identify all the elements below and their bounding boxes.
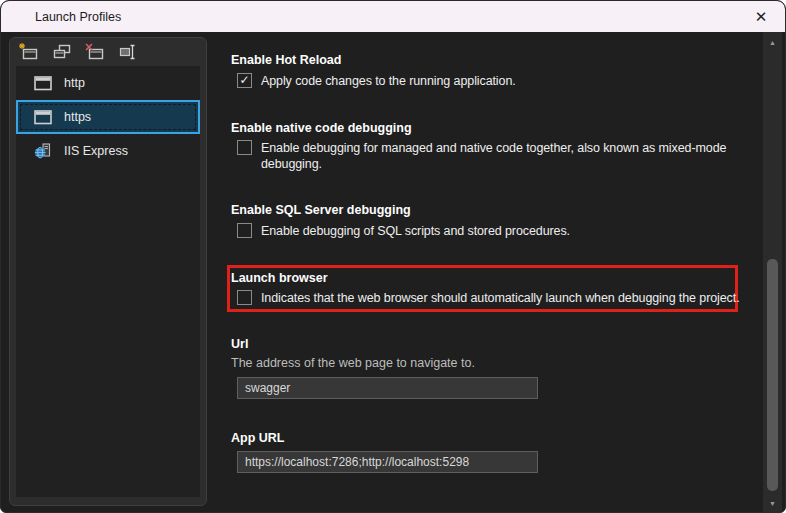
scrollbar-thumb[interactable]	[767, 259, 778, 491]
checkbox-label: Indicates that the web browser should au…	[261, 290, 740, 306]
hot-reload-row: ✓ Apply code changes to the running appl…	[237, 73, 516, 89]
section-heading-sql-debugging: Enable SQL Server debugging	[231, 203, 411, 217]
url-description: The address of the web page to navigate …	[231, 356, 475, 370]
field-heading-app-url: App URL	[231, 431, 284, 445]
sql-debugging-checkbox[interactable]	[237, 223, 252, 238]
profile-label: IIS Express	[64, 144, 128, 158]
rename-profile-icon	[118, 43, 138, 65]
hot-reload-checkbox[interactable]: ✓	[237, 73, 252, 88]
checkbox-label: Enable debugging of SQL scripts and stor…	[261, 223, 570, 239]
native-debugging-checkbox[interactable]	[237, 140, 252, 155]
duplicate-profile-icon	[52, 43, 72, 65]
rename-profile-button[interactable]	[117, 44, 139, 64]
checkbox-label: Enable debugging for managed and native …	[261, 140, 731, 172]
launch-browser-row: Indicates that the web browser should au…	[237, 290, 740, 306]
close-button[interactable]: ✕	[737, 1, 785, 32]
close-icon: ✕	[755, 8, 768, 26]
duplicate-profile-button[interactable]	[51, 44, 73, 64]
profiles-panel: http https	[9, 37, 207, 506]
profile-label: https	[64, 110, 91, 124]
section-heading-native-debugging: Enable native code debugging	[231, 121, 412, 135]
window-title: Launch Profiles	[35, 10, 121, 24]
iis-globe-icon	[34, 143, 52, 159]
launch-profiles-dialog: Launch Profiles ✕	[0, 0, 786, 513]
native-debugging-row: Enable debugging for managed and native …	[237, 140, 731, 172]
scroll-down-button[interactable]: ▼	[763, 495, 782, 511]
checkbox-label: Apply code changes to the running applic…	[261, 73, 516, 89]
profile-label: http	[64, 76, 85, 90]
profile-list: http https	[16, 66, 200, 497]
profiles-toolbar	[18, 42, 139, 66]
new-profile-button[interactable]	[18, 44, 40, 64]
url-input[interactable]	[237, 377, 538, 399]
profile-item-https[interactable]: https	[16, 100, 200, 134]
check-icon: ✓	[239, 74, 249, 87]
section-heading-launch-browser: Launch browser	[231, 271, 328, 285]
scroll-down-icon: ▼	[769, 500, 776, 507]
delete-profile-icon	[85, 43, 105, 65]
field-heading-url: Url	[231, 337, 248, 351]
titlebar: Launch Profiles ✕	[1, 1, 785, 32]
new-profile-icon	[19, 43, 40, 65]
section-heading-hot-reload: Enable Hot Reload	[231, 53, 341, 67]
window-icon	[34, 109, 52, 125]
delete-profile-button[interactable]	[84, 44, 106, 64]
vertical-scrollbar[interactable]: ▲ ▼	[763, 32, 782, 513]
app-url-input[interactable]	[237, 451, 538, 473]
profile-item-http[interactable]: http	[16, 66, 200, 100]
scroll-up-icon: ▲	[769, 39, 776, 46]
window-icon	[34, 75, 52, 91]
launch-browser-checkbox[interactable]	[237, 290, 252, 305]
profile-item-iis-express[interactable]: IIS Express	[16, 134, 200, 168]
sql-debugging-row: Enable debugging of SQL scripts and stor…	[237, 223, 570, 239]
scroll-up-button[interactable]: ▲	[763, 34, 782, 50]
